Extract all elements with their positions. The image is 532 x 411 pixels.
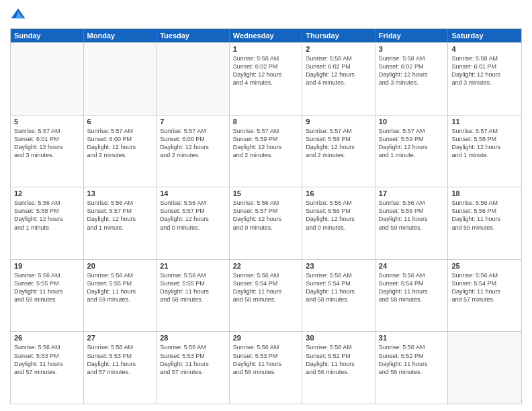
day-number: 10	[379, 118, 445, 126]
day-number: 13	[87, 189, 153, 197]
day-cell-19: 19Sunrise: 5:56 AMSunset: 5:55 PMDayligh…	[11, 260, 84, 332]
day-header-thursday: Thursday	[302, 29, 375, 42]
day-cell-23: 23Sunrise: 5:56 AMSunset: 5:54 PMDayligh…	[302, 260, 375, 332]
day-number: 18	[451, 189, 518, 197]
day-cell-5: 5Sunrise: 5:57 AMSunset: 6:01 PMDaylight…	[11, 116, 84, 187]
day-info: Sunrise: 5:58 AMSunset: 6:02 PMDaylight:…	[379, 54, 445, 87]
header	[10, 7, 522, 23]
day-info: Sunrise: 5:56 AMSunset: 5:53 PMDaylight:…	[14, 343, 80, 376]
logo	[10, 7, 29, 23]
day-cell-26: 26Sunrise: 5:56 AMSunset: 5:53 PMDayligh…	[11, 332, 84, 404]
day-cell-2: 2Sunrise: 5:58 AMSunset: 6:02 PMDaylight…	[302, 43, 375, 115]
day-number: 9	[306, 118, 371, 126]
day-number: 4	[451, 45, 518, 53]
day-number: 17	[379, 189, 445, 197]
day-cell-30: 30Sunrise: 5:56 AMSunset: 5:52 PMDayligh…	[302, 332, 375, 404]
day-info: Sunrise: 5:56 AMSunset: 5:58 PMDaylight:…	[14, 199, 80, 232]
day-number: 22	[233, 262, 299, 270]
day-cell-13: 13Sunrise: 5:56 AMSunset: 5:57 PMDayligh…	[84, 187, 157, 259]
day-info: Sunrise: 5:57 AMSunset: 5:58 PMDaylight:…	[451, 127, 518, 160]
week-row-5: 26Sunrise: 5:56 AMSunset: 5:53 PMDayligh…	[11, 331, 521, 404]
week-row-4: 19Sunrise: 5:56 AMSunset: 5:55 PMDayligh…	[11, 259, 521, 332]
day-number: 27	[87, 334, 153, 342]
day-info: Sunrise: 5:56 AMSunset: 5:57 PMDaylight:…	[87, 199, 153, 232]
day-info: Sunrise: 5:56 AMSunset: 5:57 PMDaylight:…	[160, 199, 226, 232]
day-cell-7: 7Sunrise: 5:57 AMSunset: 6:00 PMDaylight…	[157, 116, 230, 187]
day-number: 26	[14, 334, 80, 342]
day-info: Sunrise: 5:56 AMSunset: 5:56 PMDaylight:…	[451, 199, 518, 232]
day-info: Sunrise: 5:56 AMSunset: 5:52 PMDaylight:…	[379, 343, 445, 376]
day-header-saturday: Saturday	[448, 29, 521, 42]
week-row-1: 1Sunrise: 5:58 AMSunset: 6:02 PMDaylight…	[11, 42, 521, 115]
day-number: 14	[160, 189, 226, 197]
day-number: 21	[160, 262, 226, 270]
day-info: Sunrise: 5:56 AMSunset: 5:54 PMDaylight:…	[451, 271, 518, 304]
day-info: Sunrise: 5:56 AMSunset: 5:55 PMDaylight:…	[87, 271, 153, 304]
day-info: Sunrise: 5:56 AMSunset: 5:54 PMDaylight:…	[379, 271, 445, 304]
day-header-monday: Monday	[84, 29, 157, 42]
day-header-tuesday: Tuesday	[157, 29, 230, 42]
day-info: Sunrise: 5:56 AMSunset: 5:57 PMDaylight:…	[233, 199, 299, 232]
day-info: Sunrise: 5:57 AMSunset: 6:00 PMDaylight:…	[87, 127, 153, 160]
day-number: 25	[451, 262, 518, 270]
day-info: Sunrise: 5:57 AMSunset: 6:01 PMDaylight:…	[14, 127, 80, 160]
day-cell-16: 16Sunrise: 5:56 AMSunset: 5:56 PMDayligh…	[302, 187, 375, 259]
day-number: 7	[160, 118, 226, 126]
day-info: Sunrise: 5:57 AMSunset: 5:59 PMDaylight:…	[306, 127, 371, 160]
day-header-wednesday: Wednesday	[230, 29, 303, 42]
day-cell-21: 21Sunrise: 5:56 AMSunset: 5:55 PMDayligh…	[157, 260, 230, 332]
day-cell-15: 15Sunrise: 5:56 AMSunset: 5:57 PMDayligh…	[230, 187, 303, 259]
day-info: Sunrise: 5:57 AMSunset: 5:59 PMDaylight:…	[233, 127, 299, 160]
day-cell-9: 9Sunrise: 5:57 AMSunset: 5:59 PMDaylight…	[302, 116, 375, 187]
weeks: 1Sunrise: 5:58 AMSunset: 6:02 PMDaylight…	[11, 42, 521, 404]
day-info: Sunrise: 5:56 AMSunset: 5:55 PMDaylight:…	[160, 271, 226, 304]
logo-icon	[10, 7, 26, 23]
day-number: 11	[451, 118, 518, 126]
day-cell-empty-0	[11, 43, 84, 115]
day-number: 20	[87, 262, 153, 270]
day-number: 19	[14, 262, 80, 270]
day-number: 31	[379, 334, 445, 342]
day-header-friday: Friday	[375, 29, 449, 42]
day-number: 6	[87, 118, 153, 126]
calendar: SundayMondayTuesdayWednesdayThursdayFrid…	[10, 28, 522, 404]
day-info: Sunrise: 5:57 AMSunset: 6:00 PMDaylight:…	[160, 127, 226, 160]
day-cell-22: 22Sunrise: 5:56 AMSunset: 5:54 PMDayligh…	[230, 260, 303, 332]
day-cell-12: 12Sunrise: 5:56 AMSunset: 5:58 PMDayligh…	[11, 187, 84, 259]
day-info: Sunrise: 5:56 AMSunset: 5:54 PMDaylight:…	[233, 271, 299, 304]
day-number: 1	[233, 45, 299, 53]
day-cell-3: 3Sunrise: 5:58 AMSunset: 6:02 PMDaylight…	[375, 43, 449, 115]
day-cell-1: 1Sunrise: 5:58 AMSunset: 6:02 PMDaylight…	[230, 43, 303, 115]
day-cell-28: 28Sunrise: 5:56 AMSunset: 5:53 PMDayligh…	[157, 332, 230, 404]
day-info: Sunrise: 5:56 AMSunset: 5:52 PMDaylight:…	[306, 343, 371, 376]
day-cell-empty-6	[448, 332, 521, 404]
day-cell-empty-2	[157, 43, 230, 115]
day-number: 12	[14, 189, 80, 197]
page: SundayMondayTuesdayWednesdayThursdayFrid…	[0, 0, 532, 411]
day-number: 15	[233, 189, 299, 197]
day-info: Sunrise: 5:58 AMSunset: 6:02 PMDaylight:…	[233, 54, 299, 87]
day-info: Sunrise: 5:57 AMSunset: 5:59 PMDaylight:…	[379, 127, 445, 160]
day-number: 29	[233, 334, 299, 342]
day-number: 5	[14, 118, 80, 126]
day-info: Sunrise: 5:56 AMSunset: 5:53 PMDaylight:…	[233, 343, 299, 376]
day-info: Sunrise: 5:56 AMSunset: 5:56 PMDaylight:…	[379, 199, 445, 232]
day-cell-17: 17Sunrise: 5:56 AMSunset: 5:56 PMDayligh…	[375, 187, 449, 259]
day-number: 16	[306, 189, 371, 197]
day-header-sunday: Sunday	[11, 29, 84, 42]
day-cell-4: 4Sunrise: 5:58 AMSunset: 6:01 PMDaylight…	[448, 43, 521, 115]
day-cell-6: 6Sunrise: 5:57 AMSunset: 6:00 PMDaylight…	[84, 116, 157, 187]
day-info: Sunrise: 5:58 AMSunset: 6:02 PMDaylight:…	[306, 54, 371, 87]
day-number: 8	[233, 118, 299, 126]
day-number: 23	[306, 262, 371, 270]
day-number: 3	[379, 45, 445, 53]
day-cell-27: 27Sunrise: 5:56 AMSunset: 5:53 PMDayligh…	[84, 332, 157, 404]
day-headers: SundayMondayTuesdayWednesdayThursdayFrid…	[11, 29, 521, 42]
day-cell-14: 14Sunrise: 5:56 AMSunset: 5:57 PMDayligh…	[157, 187, 230, 259]
day-info: Sunrise: 5:58 AMSunset: 6:01 PMDaylight:…	[451, 54, 518, 87]
day-cell-24: 24Sunrise: 5:56 AMSunset: 5:54 PMDayligh…	[375, 260, 449, 332]
day-number: 28	[160, 334, 226, 342]
day-cell-empty-1	[84, 43, 157, 115]
day-cell-20: 20Sunrise: 5:56 AMSunset: 5:55 PMDayligh…	[84, 260, 157, 332]
day-number: 2	[306, 45, 371, 53]
